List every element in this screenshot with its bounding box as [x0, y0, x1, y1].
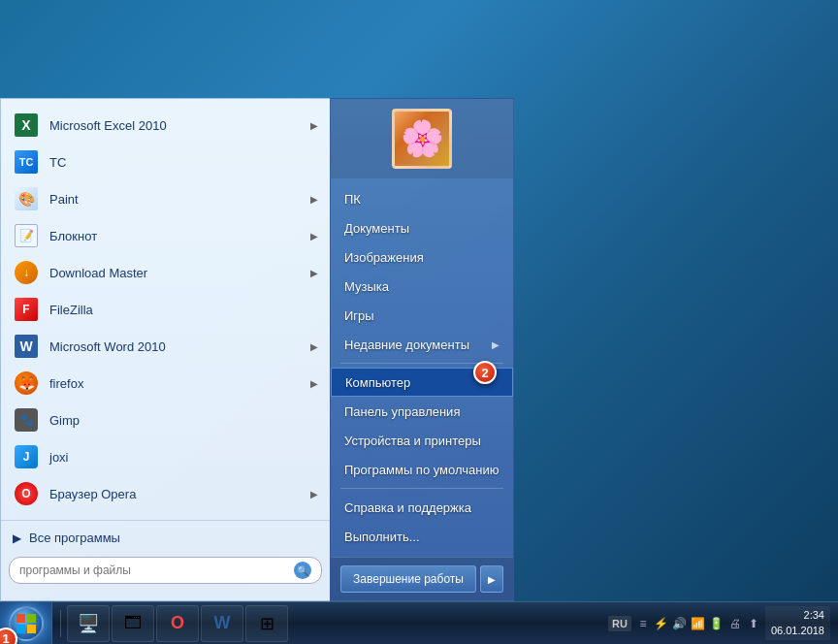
- menu-item-opera-label: Браузер Opera: [49, 487, 301, 501]
- games-label: Игры: [344, 308, 374, 323]
- right-menu-games[interactable]: Игры: [331, 301, 513, 330]
- taskbar-app-word[interactable]: W: [201, 605, 243, 642]
- tray-icon-3: 🔊: [672, 616, 688, 631]
- tray-icon-2: ⚡: [654, 616, 669, 631]
- start-menu: X Microsoft Excel 2010 ▶ TC TC 🎨: [0, 98, 514, 601]
- start-button-container: 1: [0, 602, 52, 645]
- right-menu-pc[interactable]: ПК: [331, 184, 513, 213]
- menu-item-excel[interactable]: X Microsoft Excel 2010 ▶: [1, 107, 330, 144]
- spreadsheet-taskbar-icon: ⊞: [260, 613, 274, 634]
- svg-rect-1: [27, 614, 36, 623]
- help-label: Справка и поддержка: [344, 500, 471, 515]
- clock-time: 2:34: [771, 608, 824, 623]
- devices-label: Устройства и принтеры: [344, 434, 481, 448]
- taskbar-app-desktop[interactable]: 🗔: [112, 605, 154, 642]
- word-taskbar-icon: W: [214, 613, 231, 633]
- user-avatar: 🌸: [392, 109, 452, 169]
- right-menu-music[interactable]: Музыка: [331, 272, 513, 301]
- menu-item-filezilla[interactable]: F FileZilla: [1, 291, 330, 328]
- menu-item-filezilla-label: FileZilla: [49, 303, 318, 317]
- recent-label: Недавние документы: [344, 338, 469, 352]
- menu-item-download-label: Download Master: [49, 266, 301, 280]
- right-menu-defaults[interactable]: Программы по умолчанию: [331, 455, 513, 484]
- gimp-icon: 🐾: [13, 406, 40, 434]
- shutdown-arrow-button[interactable]: ▶: [480, 565, 503, 593]
- taskbar-sep-1: [60, 610, 61, 637]
- shutdown-button[interactable]: Завершение работы: [340, 565, 476, 593]
- menu-item-firefox[interactable]: 🦊 firefox ▶: [1, 365, 330, 402]
- menu-item-joxi-label: joxi: [49, 450, 318, 465]
- taskbar-app-spreadsheet[interactable]: ⊞: [245, 605, 288, 642]
- menu-item-gimp[interactable]: 🐾 Gimp: [1, 402, 330, 438]
- notepad-submenu-arrow: ▶: [310, 231, 318, 242]
- paint-icon: 🎨: [13, 185, 40, 212]
- menu-item-download[interactable]: ↓ Download Master ▶: [1, 254, 330, 291]
- search-input[interactable]: [19, 564, 288, 577]
- taskbar-right: RU ≡ ⚡ 🔊 📶 🔋 🖨 ⬆ 2:34 06.01.2018: [600, 602, 838, 644]
- windows-logo-icon: [16, 613, 37, 634]
- taskbar: 1 🖥️ 🗔 O W ⊞ RU ≡ ⚡: [0, 601, 838, 644]
- search-bar: 🔍: [9, 557, 322, 584]
- defaults-label: Программы по умолчанию: [344, 463, 499, 477]
- word-submenu-arrow: ▶: [310, 341, 318, 352]
- taskbar-app-opera[interactable]: O: [156, 605, 199, 642]
- explorer-icon: 🖥️: [78, 613, 99, 634]
- computer-label: Компьютер: [345, 375, 410, 390]
- avatar-image: 🌸: [401, 118, 444, 159]
- menu-item-opera[interactable]: O Браузер Opera ▶: [1, 475, 330, 512]
- menu-item-paint-label: Paint: [49, 192, 301, 207]
- menu-item-notepad-label: Блокнот: [49, 229, 301, 243]
- right-menu-recent[interactable]: Недавние документы ▶: [331, 330, 513, 359]
- search-button[interactable]: 🔍: [294, 562, 311, 579]
- notepad-icon: 📝: [13, 222, 40, 249]
- paint-submenu-arrow: ▶: [310, 194, 318, 205]
- tray-icon-4: 📶: [691, 616, 706, 631]
- tray-icons: ≡ ⚡ 🔊 📶 🔋 🖨 ⬆: [635, 616, 761, 631]
- tray-icon-1: ≡: [635, 616, 651, 631]
- menu-item-word-label: Microsoft Word 2010: [49, 339, 301, 354]
- opera-taskbar-icon: O: [171, 613, 184, 633]
- menu-item-tc-label: TC: [49, 155, 318, 170]
- menu-item-paint[interactable]: 🎨 Paint ▶: [1, 180, 330, 217]
- right-menu-images[interactable]: Изображения: [331, 242, 513, 272]
- firefox-icon: 🦊: [13, 370, 40, 397]
- filezilla-icon: F: [13, 296, 40, 323]
- recent-arrow: ▶: [492, 339, 500, 350]
- start-menu-left-panel: X Microsoft Excel 2010 ▶ TC TC 🎨: [0, 98, 330, 601]
- opera-icon: O: [13, 480, 40, 507]
- documents-label: Документы: [344, 221, 409, 236]
- opera-submenu-arrow: ▶: [310, 489, 318, 499]
- all-programs-button[interactable]: ▶ Все программы: [1, 525, 330, 551]
- tc-icon: TC: [13, 148, 40, 176]
- right-menu-control-panel[interactable]: Панель управления: [331, 397, 513, 426]
- right-menu-documents[interactable]: Документы: [331, 213, 513, 242]
- right-menu-run[interactable]: Выполнить...: [331, 522, 513, 551]
- system-clock[interactable]: 2:34 06.01.2018: [765, 606, 830, 640]
- download-master-icon: ↓: [13, 259, 40, 286]
- menu-item-tc[interactable]: TC TC: [1, 144, 330, 180]
- clock-date: 06.01.2018: [771, 624, 824, 638]
- control-panel-label: Панель управления: [344, 404, 460, 419]
- menu-item-gimp-label: Gimp: [49, 413, 318, 428]
- tray-icon-6: 🖨: [727, 616, 743, 631]
- joxi-icon: J: [13, 443, 40, 470]
- svg-rect-0: [16, 614, 25, 623]
- menu-item-joxi[interactable]: J joxi: [1, 438, 330, 475]
- start-menu-right-panel: 🌸 ПК Документы Изображения Музыка: [330, 98, 514, 601]
- excel-icon: X: [13, 112, 40, 139]
- right-menu-devices[interactable]: Устройства и принтеры: [331, 426, 513, 455]
- desktop-icon: 🗔: [124, 613, 142, 633]
- language-indicator[interactable]: RU: [608, 616, 631, 631]
- taskbar-app-explorer[interactable]: 🖥️: [67, 605, 110, 642]
- taskbar-apps: 🖥️ 🗔 O W ⊞: [52, 602, 292, 644]
- run-label: Выполнить...: [344, 530, 420, 544]
- music-label: Музыка: [344, 279, 389, 294]
- menu-item-notepad[interactable]: 📝 Блокнот ▶: [1, 217, 330, 254]
- right-menu-help[interactable]: Справка и поддержка: [331, 493, 513, 522]
- menu-item-excel-label: Microsoft Excel 2010: [49, 118, 301, 133]
- svg-rect-3: [27, 625, 36, 633]
- download-submenu-arrow: ▶: [310, 268, 318, 278]
- menu-item-word[interactable]: W Microsoft Word 2010 ▶: [1, 328, 330, 365]
- svg-rect-2: [16, 625, 25, 633]
- menu-item-firefox-label: firefox: [49, 376, 301, 391]
